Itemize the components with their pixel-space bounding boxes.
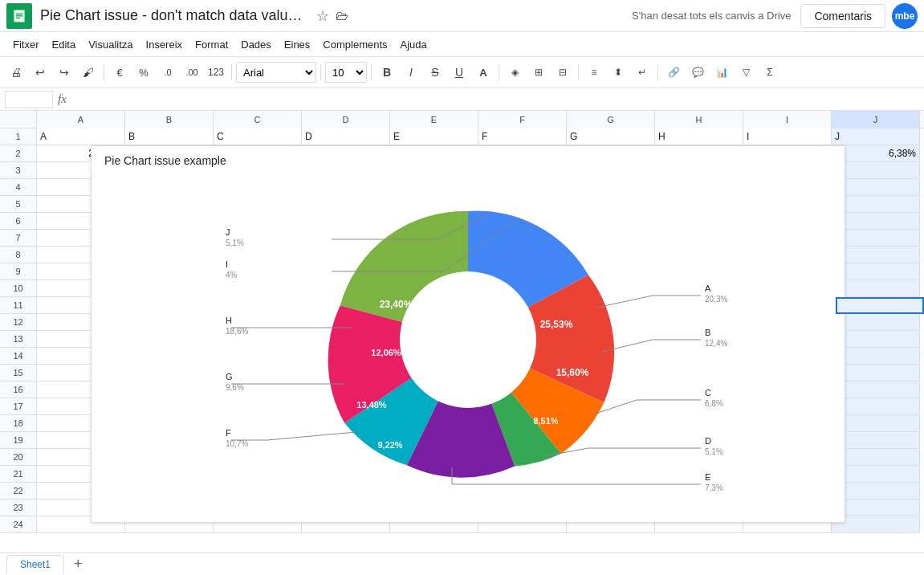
cell-G1[interactable]: G xyxy=(567,128,655,145)
row-header-14[interactable]: 14 xyxy=(0,348,37,365)
valign-button[interactable]: ⬍ xyxy=(607,61,629,84)
row-header-12[interactable]: 12 xyxy=(0,314,37,331)
function-button[interactable]: Σ xyxy=(759,61,781,84)
col-header-D[interactable]: D xyxy=(302,111,390,128)
row-header-20[interactable]: 20 xyxy=(0,449,37,466)
chart-svg: 25,53% 15,60% 8,51% 9,22% 13,48% 12,06% … xyxy=(107,167,829,512)
row-header-19[interactable]: 19 xyxy=(0,432,37,449)
callout-pct-B: 12,4% xyxy=(705,339,727,348)
row-header-13[interactable]: 13 xyxy=(0,331,37,348)
merge-button[interactable]: ⊟ xyxy=(552,61,574,84)
cell-J1[interactable]: J xyxy=(832,128,920,145)
corner-cell xyxy=(0,111,37,128)
callout-label-B: B xyxy=(705,328,710,337)
paint-format-button[interactable]: 🖌 xyxy=(77,61,100,84)
row-header-24[interactable]: 24 xyxy=(0,516,37,533)
undo-button[interactable]: ↩ xyxy=(29,61,51,84)
col-header-I[interactable]: I xyxy=(743,111,832,128)
cell-A1[interactable]: A xyxy=(37,128,125,145)
menu-visualitza[interactable]: Visualitza xyxy=(82,35,139,54)
menu-complements[interactable]: Complements xyxy=(316,35,393,54)
decimal-more-button[interactable]: .00 xyxy=(181,61,203,84)
menu-format[interactable]: Format xyxy=(189,35,234,54)
row-header-16[interactable]: 16 xyxy=(0,381,37,398)
col-header-F[interactable]: F xyxy=(478,111,567,128)
borders-button[interactable]: ⊞ xyxy=(527,61,550,84)
add-sheet-button[interactable]: + xyxy=(67,556,89,573)
sheet-tab-1[interactable]: Sheet1 xyxy=(6,555,64,574)
bold-button[interactable]: B xyxy=(376,61,398,84)
cell-reference-input[interactable] xyxy=(5,91,53,108)
row-header-8[interactable]: 8 xyxy=(0,247,37,263)
comment-button[interactable]: 💬 xyxy=(686,61,709,84)
sheet-tabs: Sheet1 + xyxy=(0,553,924,575)
cell-I1[interactable]: I xyxy=(743,128,832,145)
cell-B1[interactable]: B xyxy=(125,128,214,145)
cell-D1[interactable]: D xyxy=(302,128,390,145)
cell-C1[interactable]: C xyxy=(214,128,302,145)
chart-button[interactable]: 📊 xyxy=(710,61,733,84)
currency-button[interactable]: € xyxy=(108,61,131,84)
selected-cell-J12[interactable] xyxy=(836,297,924,314)
menu-fitxer[interactable]: Fitxer xyxy=(6,35,46,54)
font-select[interactable]: Arial xyxy=(236,62,316,83)
menu-eines[interactable]: Eines xyxy=(278,35,317,54)
row-header-22[interactable]: 22 xyxy=(0,483,37,500)
col-header-C[interactable]: C xyxy=(214,111,302,128)
col-header-B[interactable]: B xyxy=(125,111,214,128)
cell-H1[interactable]: H xyxy=(655,128,743,145)
account-button[interactable]: mbe xyxy=(892,3,918,29)
callout-label-C: C xyxy=(705,388,711,398)
row-header-23[interactable]: 23 xyxy=(0,500,37,516)
percent-button[interactable]: % xyxy=(132,61,155,84)
align-left-button[interactable]: ≡ xyxy=(583,61,605,84)
row-header-5[interactable]: 5 xyxy=(0,196,37,213)
callout-pct-D: 5,1% xyxy=(705,447,723,456)
col-header-H[interactable]: H xyxy=(655,111,743,128)
row-header-9[interactable]: 9 xyxy=(0,263,37,280)
print-button[interactable]: 🖨 xyxy=(5,61,27,84)
format-number-button[interactable]: 123 xyxy=(205,61,227,84)
comments-button[interactable]: Comentaris xyxy=(800,4,885,28)
text-wrap-button[interactable]: ↵ xyxy=(631,61,653,84)
cell-F1[interactable]: F xyxy=(478,128,567,145)
decimal-less-button[interactable]: .0 xyxy=(157,61,179,84)
col-header-E[interactable]: E xyxy=(390,111,478,128)
row-header-21[interactable]: 21 xyxy=(0,466,37,483)
col-header-A[interactable]: A xyxy=(37,111,125,128)
row-header-7[interactable]: 7 xyxy=(0,230,37,247)
link-button[interactable]: 🔗 xyxy=(662,61,685,84)
menu-insereix[interactable]: Insereix xyxy=(140,35,189,54)
callout-pct-C: 6,8% xyxy=(705,399,723,408)
star-icon[interactable]: ☆ xyxy=(316,7,329,25)
row-header-4[interactable]: 4 xyxy=(0,179,37,196)
filter-button[interactable]: ▽ xyxy=(735,61,757,84)
row-header-11[interactable]: 11 xyxy=(0,297,37,314)
row-header-15[interactable]: 15 xyxy=(0,365,37,381)
row-header-6[interactable]: 6 xyxy=(0,213,37,230)
row-header-3[interactable]: 3 xyxy=(0,162,37,179)
toolbar-sep-6 xyxy=(578,64,579,80)
toolbar: 🖨 ↩ ↪ 🖌 € % .0 .00 123 Arial 10 B I S U … xyxy=(0,56,924,88)
menu-edita[interactable]: Edita xyxy=(46,35,83,54)
col-header-J[interactable]: J xyxy=(832,111,920,128)
formula-input[interactable] xyxy=(71,93,919,105)
redo-button[interactable]: ↪ xyxy=(53,61,75,84)
italic-button[interactable]: I xyxy=(400,61,422,84)
row-header-2[interactable]: 2 xyxy=(0,145,37,162)
strikethrough-button[interactable]: S xyxy=(424,61,446,84)
text-color-button[interactable]: A xyxy=(472,61,495,84)
col-header-G[interactable]: G xyxy=(567,111,655,128)
chart-container[interactable]: Pie Chart issue example xyxy=(91,145,845,523)
row-header-1[interactable]: 1 xyxy=(0,128,37,145)
font-size-select[interactable]: 10 xyxy=(325,62,367,83)
cell-E1[interactable]: E xyxy=(390,128,478,145)
underline-button[interactable]: U xyxy=(448,61,470,84)
row-header-10[interactable]: 10 xyxy=(0,280,37,297)
menu-dades[interactable]: Dades xyxy=(234,35,278,54)
row-header-18[interactable]: 18 xyxy=(0,415,37,432)
row-header-17[interactable]: 17 xyxy=(0,398,37,415)
fill-color-button[interactable]: ◈ xyxy=(503,61,526,84)
menu-ajuda[interactable]: Ajuda xyxy=(394,35,434,54)
folder-icon[interactable]: 🗁 xyxy=(336,9,348,23)
